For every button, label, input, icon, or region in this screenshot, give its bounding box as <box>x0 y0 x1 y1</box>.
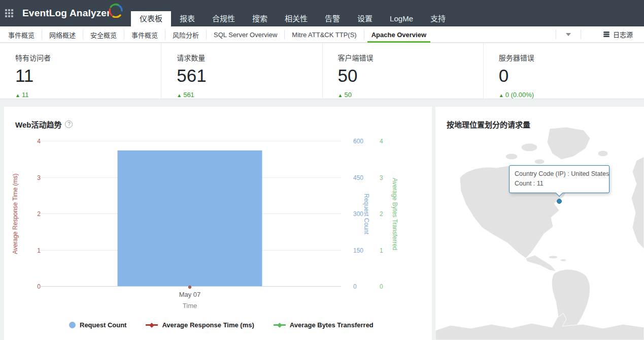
nav-tab-设置[interactable]: 设置 <box>349 11 381 26</box>
stat-delta-text: 0 (0.00%) <box>505 91 534 99</box>
up-triangle-icon: ▲ <box>338 92 343 98</box>
nav-tab-合规性[interactable]: 合规性 <box>204 11 244 26</box>
subtab-风险分析[interactable]: 风险分析 <box>165 30 207 39</box>
spacer <box>581 26 600 42</box>
logo-swoosh-icon <box>108 3 123 18</box>
legend-label: Request Count <box>80 321 126 329</box>
legend-item[interactable]: Average Response Time (ms) <box>146 321 254 329</box>
y-axis-ticks-bytes-transferred: 01234 <box>378 141 389 287</box>
subtab-Apache Overview[interactable]: Apache Overview <box>364 30 433 39</box>
bar-request-count[interactable] <box>118 150 262 286</box>
apps-grid-icon[interactable] <box>5 9 14 18</box>
stat-card: 服务器错误0▲0 (0.00%) <box>483 43 644 99</box>
stat-card: 请求数量561▲561 <box>161 43 322 99</box>
subtab-事件概览[interactable]: 事件概览 <box>124 30 165 39</box>
primary-nav: 仪表板报表合规性搜索相关性告警设置LogMe支持 <box>131 0 454 26</box>
axis-tick-label: 4 <box>380 138 383 145</box>
chart-plot-area <box>45 141 335 287</box>
legend-item[interactable]: Request Count <box>69 321 126 329</box>
nav-tab-告警[interactable]: 告警 <box>316 11 349 26</box>
x-axis-title: Time <box>45 302 335 310</box>
y-axis-label-response-time: Average Response Time (ms) <box>11 141 19 287</box>
axis-tick-label: 3 <box>380 174 383 181</box>
gridline <box>40 141 341 141</box>
dashboard-tabs: 事件概览网络概述安全概览事件概览风险分析SQL Server OverviewM… <box>0 26 433 42</box>
stat-delta: ▲0 (0.00%) <box>499 91 644 99</box>
stat-card: 特有访问者11▲11 <box>0 43 161 99</box>
world-map <box>435 127 644 340</box>
legend-marker-icon <box>274 324 286 326</box>
summary-stats-row: 特有访问者11▲11请求数量561▲561客户端错误50▲50服务器错误0▲0 … <box>0 43 644 99</box>
requests-by-geolocation-panel: 按地理位置划分的请求量 Country Code (IP) : United <box>435 107 644 340</box>
axis-tick-label: 0 <box>37 283 41 290</box>
stat-delta: ▲50 <box>338 91 483 99</box>
axis-tick-label: 2 <box>380 210 383 218</box>
subtab-Mitre ATT&CK TTP(S)[interactable]: Mitre ATT&CK TTP(S) <box>285 30 364 39</box>
stat-label: 请求数量 <box>177 52 322 63</box>
subtab-SQL Server Overview[interactable]: SQL Server Overview <box>207 30 285 39</box>
map-tooltip: Country Code (IP) : United States Count … <box>509 165 609 193</box>
y-axis-label-bytes-transferred: Average Bytes Transferred <box>391 141 399 287</box>
legend-marker-icon <box>146 324 158 326</box>
tooltip-count-line: Count : 11 <box>515 179 604 189</box>
nav-tab-相关性[interactable]: 相关性 <box>276 11 316 26</box>
log-source-label: 日志源 <box>613 29 633 39</box>
axis-tick-label: 3 <box>37 174 41 181</box>
app-logo[interactable]: EventLog Analyzer <box>0 0 131 26</box>
app-title: EventLog Analyzer <box>22 8 111 19</box>
stat-value: 50 <box>338 66 483 86</box>
stat-delta-text: 50 <box>344 91 351 99</box>
axis-tick-label: 1 <box>37 247 41 254</box>
stat-card: 客户端错误50▲50 <box>322 43 483 99</box>
tab-bar-controls: 日志源 <box>556 26 644 42</box>
axis-tick-label: 4 <box>37 138 41 145</box>
nav-tab-支持[interactable]: 支持 <box>422 11 454 26</box>
web-activity-trend-chart: Average Response Time (ms) 01234 0150300… <box>4 107 432 340</box>
stat-value: 0 <box>499 66 644 86</box>
subtab-安全概览[interactable]: 安全概览 <box>83 30 124 39</box>
y-axis-label-request-count: Request Count <box>362 141 370 287</box>
subtab-事件概览[interactable]: 事件概览 <box>1 30 42 39</box>
web-activity-trend-panel: Web活动趋势 ? Average Response Time (ms) 012… <box>4 107 432 340</box>
up-triangle-icon: ▲ <box>499 92 504 98</box>
stat-delta: ▲11 <box>15 91 161 99</box>
data-point-marker[interactable] <box>188 286 191 289</box>
stat-delta-text: 11 <box>22 91 29 99</box>
chart-legend: Request CountAverage Response Time (ms)A… <box>69 321 374 329</box>
axis-tick-label: 2 <box>37 210 41 218</box>
legend-item[interactable]: Average Bytes Transferred <box>274 321 374 329</box>
axis-tick-label: 0 <box>380 283 383 290</box>
axis-tick-label: 0 <box>353 283 357 290</box>
y-axis-ticks-response-time: 01234 <box>24 141 41 287</box>
legend-marker-icon <box>69 322 76 328</box>
x-axis-tick-label: May 07 <box>45 291 335 298</box>
stat-value: 11 <box>15 66 161 86</box>
stat-delta: ▲561 <box>177 91 322 99</box>
more-dashboards-dropdown[interactable] <box>556 26 581 42</box>
stat-delta-text: 561 <box>183 91 194 99</box>
nav-tab-仪表板[interactable]: 仪表板 <box>131 11 171 26</box>
chevron-down-icon <box>566 33 571 36</box>
up-triangle-icon: ▲ <box>15 92 20 98</box>
log-source-button[interactable]: 日志源 <box>600 26 644 42</box>
up-triangle-icon: ▲ <box>177 92 182 98</box>
nav-tab-搜索[interactable]: 搜索 <box>244 11 276 26</box>
dashboard-tab-bar: 事件概览网络概述安全概览事件概览风险分析SQL Server OverviewM… <box>0 26 644 43</box>
top-header-bar: EventLog Analyzer 仪表板报表合规性搜索相关性告警设置LogMe… <box>0 0 644 26</box>
axis-tick-label: 1 <box>380 247 383 254</box>
nav-tab-报表[interactable]: 报表 <box>171 11 204 26</box>
stat-label: 服务器错误 <box>499 52 644 63</box>
stat-label: 特有访问者 <box>15 52 161 63</box>
subtab-网络概述[interactable]: 网络概述 <box>42 30 83 39</box>
legend-label: Average Response Time (ms) <box>162 321 254 329</box>
tooltip-country-line: Country Code (IP) : United States <box>515 169 604 179</box>
legend-label: Average Bytes Transferred <box>290 321 374 329</box>
database-icon <box>603 32 609 37</box>
map-data-point-united-states[interactable] <box>557 199 562 204</box>
stat-value: 561 <box>177 66 322 86</box>
stat-label: 客户端错误 <box>338 52 483 63</box>
nav-tab-LogMe[interactable]: LogMe <box>381 11 422 26</box>
